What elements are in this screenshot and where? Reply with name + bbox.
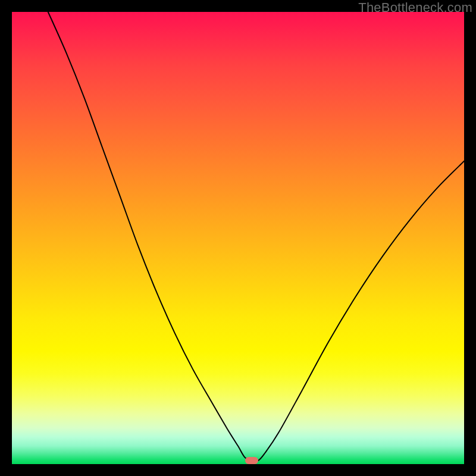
optimum-marker [245, 457, 258, 464]
bottleneck-curve [12, 12, 464, 464]
attribution-text: TheBottleneck.com [358, 0, 472, 15]
plot-area [12, 12, 464, 464]
